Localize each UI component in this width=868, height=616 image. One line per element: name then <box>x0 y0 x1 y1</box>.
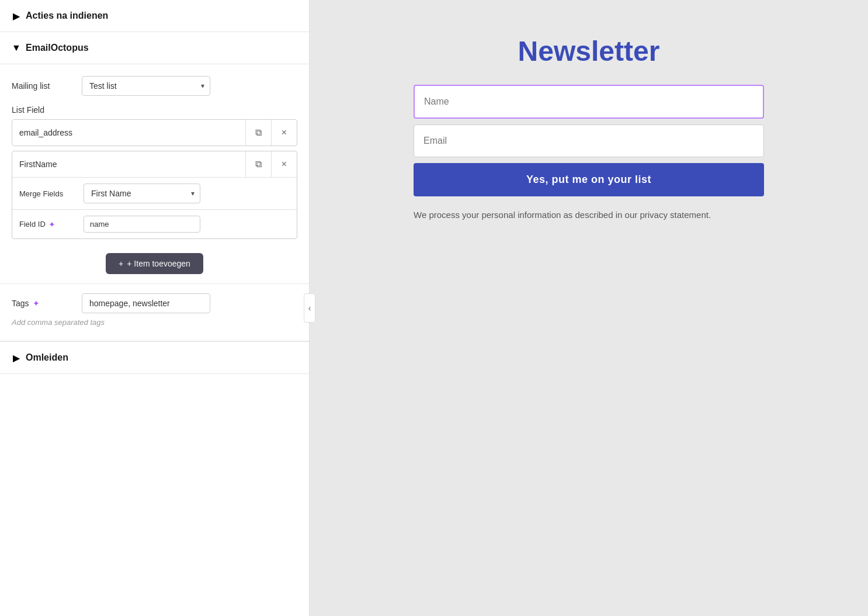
tags-label: Tags <box>12 299 29 308</box>
mailing-list-row: Mailing list Test list <box>12 76 297 96</box>
mailing-list-select-wrapper: Test list <box>82 76 210 96</box>
mailing-list-label: Mailing list <box>12 81 82 91</box>
omleiden-expand-arrow: ▶ <box>12 353 21 362</box>
add-item-wrapper: + + Item toevoegen <box>12 244 297 283</box>
emailoctopus-expand-arrow: ▼ <box>12 43 21 53</box>
submit-button-preview[interactable]: Yes, put me on your list <box>414 163 764 196</box>
close-icon-2: × <box>282 159 287 169</box>
field-id-label: Field ID <box>19 220 46 229</box>
email-input-preview[interactable] <box>414 125 763 157</box>
chevron-left-icon: ‹ <box>308 303 311 313</box>
emailoctopus-title: EmailOctopus <box>26 43 89 53</box>
copy-icon-2: ⧉ <box>255 159 262 169</box>
mailing-list-select[interactable]: Test list <box>82 76 210 96</box>
acties-na-indienen-header[interactable]: ▶ Acties na indienen <box>0 0 309 32</box>
tags-label-wrapper: Tags ✦ <box>12 299 82 308</box>
collapse-handle-btn[interactable]: ‹ <box>304 293 315 323</box>
omleiden-footer: ▶ Omleiden <box>0 341 309 374</box>
tags-input[interactable] <box>82 293 210 313</box>
copy-email-button[interactable]: ⧉ <box>245 120 271 146</box>
sparkle-icon-fieldid: ✦ <box>48 220 55 229</box>
form-title: Newsletter <box>414 35 764 67</box>
tags-row: Tags ✦ <box>12 293 297 313</box>
arrow-icon-expanded: ▼ <box>12 43 21 53</box>
name-field-preview <box>414 85 764 119</box>
privacy-text: We process your personal information as … <box>414 208 764 222</box>
tags-section: Tags ✦ Add comma separated tags <box>0 284 309 341</box>
field-id-row: Field ID ✦ <box>12 209 297 238</box>
form-preview: Newsletter Yes, put me on your list We p… <box>414 35 764 222</box>
list-field-item-email: ⧉ × <box>12 119 297 146</box>
omleiden-title: Omleiden <box>26 352 68 363</box>
remove-email-button[interactable]: × <box>271 120 297 146</box>
close-icon: × <box>282 127 287 138</box>
arrow-icon-omleiden: ▶ <box>13 352 20 364</box>
acties-expand-arrow: ▶ <box>12 11 21 20</box>
omleiden-header[interactable]: ▶ Omleiden <box>0 342 309 374</box>
merge-fields-row: Merge Fields First Name <box>12 177 297 209</box>
left-panel: ▶ Acties na indienen ▼ EmailOctopus Mail… <box>0 0 310 616</box>
merge-fields-label: Merge Fields <box>19 189 84 198</box>
merge-fields-select-wrapper: First Name <box>84 184 200 203</box>
list-field-item-firstname-row: ⧉ × <box>12 151 297 177</box>
acties-title: Acties na indienen <box>26 11 108 21</box>
remove-firstname-button[interactable]: × <box>271 151 297 177</box>
name-input-preview[interactable] <box>415 86 763 117</box>
email-address-input[interactable] <box>12 122 245 143</box>
firstname-input[interactable] <box>12 154 245 175</box>
add-item-label: + Item toevoegen <box>127 259 190 268</box>
field-id-label-wrapper: Field ID ✦ <box>19 220 84 229</box>
merge-fields-select[interactable]: First Name <box>84 184 200 203</box>
emailoctopus-content: Mailing list Test list List Field ⧉ × <box>0 64 309 284</box>
list-field-item-firstname: ⧉ × Merge Fields First Name Field ID <box>12 151 297 239</box>
right-panel: Newsletter Yes, put me on your list We p… <box>310 0 868 616</box>
copy-firstname-button[interactable]: ⧉ <box>245 151 271 177</box>
copy-icon: ⧉ <box>255 127 262 138</box>
email-octopus-header[interactable]: ▼ EmailOctopus <box>0 32 309 64</box>
tags-hint: Add comma separated tags <box>12 318 297 327</box>
list-field-item-email-row: ⧉ × <box>12 120 297 146</box>
email-field-preview <box>414 124 764 157</box>
plus-icon: + <box>119 259 123 268</box>
add-item-button[interactable]: + + Item toevoegen <box>106 253 203 274</box>
field-id-input[interactable] <box>84 216 200 233</box>
arrow-icon: ▶ <box>13 11 20 22</box>
list-field-label: List Field <box>12 105 297 115</box>
sparkle-icon-tags: ✦ <box>33 299 40 308</box>
